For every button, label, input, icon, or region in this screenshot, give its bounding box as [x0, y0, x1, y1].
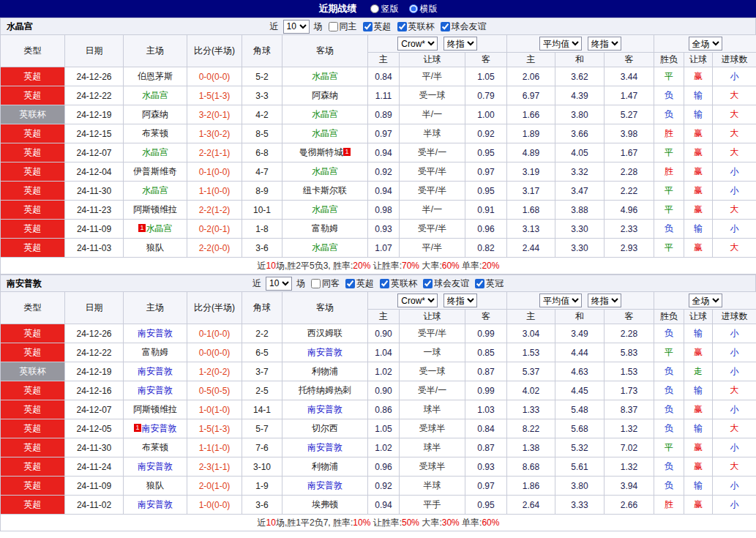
match-date: 24-12-16: [65, 381, 124, 400]
avg-home-odds: 3.19: [507, 162, 555, 182]
avg-draw-odds: 3.49: [555, 324, 605, 343]
home-team-name: 伊普斯维奇: [124, 162, 187, 182]
league-type-badge: 英超: [1, 67, 65, 86]
goals-result: 大: [713, 86, 756, 105]
crow-final-odds-select[interactable]: 终指: [444, 37, 477, 51]
match-count-select[interactable]: 10: [266, 277, 292, 291]
match-score: 1-0(1-0): [187, 400, 242, 419]
matches-body: 英超24-12-26南安普敦0-1(0-0)2-2西汉姆联0.90受平/半0.9…: [1, 324, 756, 515]
avg-home-odds: 2.64: [507, 496, 555, 515]
scope-select[interactable]: 全场: [689, 37, 722, 51]
crow-home-odds: 0.93: [368, 220, 400, 239]
vertical-layout-option[interactable]: 竖版: [370, 3, 399, 15]
red-card-badge: 1: [134, 424, 141, 432]
filter-controls: 近 10 场 同客英超英联杯球会友谊英冠: [252, 277, 504, 291]
away-team-name: 水晶宫: [282, 201, 368, 220]
average-select[interactable]: 平均值: [539, 294, 582, 307]
col-away-header: 客场: [282, 35, 368, 67]
crow-home-odds: 0.97: [368, 124, 400, 143]
home-team-label: 伊普斯维奇: [133, 166, 177, 176]
crow-home-odds: 0.89: [368, 105, 400, 124]
filter-checkbox[interactable]: [345, 279, 355, 288]
match-date: 24-11-09: [65, 477, 124, 496]
home-team-name: 狼队: [124, 239, 187, 258]
crow-home-odds: 1.11: [368, 86, 400, 105]
handicap-result: 赢: [684, 239, 713, 258]
avg-home-odds: 8.68: [507, 457, 555, 477]
avg-draw-odds: 3.88: [555, 201, 605, 220]
col-score-header: 比分(半场): [187, 292, 242, 324]
match-score: 1-0(0-0): [187, 496, 242, 515]
match-date: 24-11-09: [65, 220, 124, 239]
corner-score: 7-6: [242, 438, 282, 457]
corner-score: 4-2: [242, 105, 282, 124]
filter-option[interactable]: 同主: [329, 20, 357, 33]
match-row: 英超24-11-30布莱顿1-1(1-0)7-6南安普敦1.02球半0.871.…: [1, 438, 756, 457]
filter-checkbox[interactable]: [423, 279, 433, 288]
filter-checkbox[interactable]: [363, 22, 373, 31]
filter-checkbox[interactable]: [311, 279, 321, 288]
crow-away-odds: 0.84: [465, 419, 507, 438]
horizontal-layout-option[interactable]: 横版: [409, 3, 438, 15]
league-type-badge: 英超: [1, 143, 65, 162]
filter-checkbox[interactable]: [329, 22, 338, 31]
match-row: 英超24-11-09狼队2-0(1-0)1-9南安普敦0.92半球0.971.8…: [1, 477, 756, 496]
scope-select[interactable]: 全场: [689, 294, 722, 307]
match-score: 1-2(0-2): [187, 362, 242, 381]
match-result: 负: [654, 400, 684, 419]
filter-option[interactable]: 英冠: [475, 277, 504, 290]
filter-label: 英超: [356, 277, 374, 290]
summary-segment: 让胜率:: [370, 518, 402, 528]
crow-home-odds: 1.05: [368, 419, 400, 438]
match-result: 负: [654, 105, 684, 124]
goals-result: 小: [713, 182, 756, 201]
filter-checkbox[interactable]: [475, 279, 484, 288]
filter-option[interactable]: 球会友谊: [423, 277, 469, 290]
match-score: 0-2(0-1): [187, 220, 242, 239]
summary-row: 近10场,胜2平5负3, 胜率:20% 让胜率:70% 大率:60% 单率:20…: [1, 258, 756, 274]
away-team-label: 南安普敦: [307, 404, 343, 414]
match-row: 英超24-12-16南安普敦0-5(0-5)2-5托特纳姆热刺0.90受半/一0…: [1, 381, 756, 400]
filter-label: 英超: [374, 20, 392, 33]
goals-result: 小: [713, 67, 756, 86]
filter-option[interactable]: 英超: [345, 277, 374, 290]
match-result: 负: [654, 362, 684, 381]
match-result: 胜: [654, 496, 684, 515]
bookmaker-select[interactable]: Crow*: [397, 37, 438, 51]
filter-option[interactable]: 球会友谊: [441, 20, 487, 33]
away-team-label: 利物浦: [312, 366, 338, 376]
vertical-layout-radio[interactable]: [370, 4, 379, 13]
goals-header: 进球数: [713, 53, 756, 67]
crow-away-odds: 0.96: [465, 220, 507, 239]
filter-checkbox[interactable]: [441, 22, 450, 31]
filter-checkbox[interactable]: [380, 279, 389, 288]
filter-option[interactable]: 英联杯: [380, 277, 417, 290]
average-select[interactable]: 平均值: [539, 37, 582, 51]
horizontal-layout-radio[interactable]: [409, 4, 418, 13]
match-row: 英超24-11-24南安普敦2-3(1-1)3-10利物浦0.96受球半0.93…: [1, 457, 756, 477]
filter-option[interactable]: 同客: [311, 277, 340, 290]
away-team-label: 南安普敦: [307, 347, 343, 357]
filter-label: 球会友谊: [452, 20, 487, 33]
avg-final-odds-select[interactable]: 终指: [588, 37, 621, 51]
summary-segment: 60%: [482, 518, 499, 528]
summary-segment: 30%: [442, 518, 460, 528]
bookmaker-select[interactable]: Crow*: [397, 294, 438, 307]
summary-segment: 大率:: [419, 261, 442, 271]
filter-option[interactable]: 英联杯: [397, 20, 435, 33]
handicap-result-header: 让球: [684, 53, 713, 67]
match-date: 24-11-30: [65, 182, 124, 201]
col-type-header: 类型: [1, 35, 65, 67]
avg-away-odds: 5.83: [605, 343, 654, 362]
filter-option[interactable]: 英超: [363, 20, 392, 33]
crow-header-cell: Crow* 终指: [368, 35, 507, 53]
col-date-header: 日期: [65, 292, 124, 324]
match-count-select[interactable]: 10: [283, 20, 310, 34]
goals-result: 小: [713, 477, 756, 496]
crow-final-odds-select[interactable]: 终指: [444, 294, 477, 307]
league-type-badge: 英超: [1, 324, 65, 343]
match-result: 负: [654, 419, 684, 438]
avg-final-odds-select[interactable]: 终指: [588, 294, 621, 307]
crow-home-odds: 1.04: [368, 343, 400, 362]
filter-checkbox[interactable]: [397, 22, 407, 31]
